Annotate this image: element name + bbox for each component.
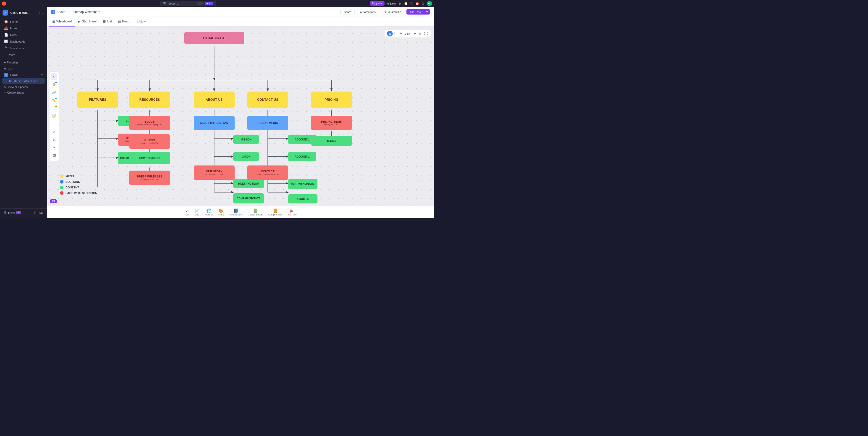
resources-node[interactable]: RESOURCES	[129, 92, 170, 108]
bottom-tool-gslides[interactable]: 📙 Google Slides	[268, 208, 282, 216]
legend-item-menu: MENU	[60, 175, 97, 178]
user-avatar-canvas: A	[387, 31, 393, 36]
zoom-controls: A ℹ − 73% + ⊠ ⛶	[384, 30, 431, 38]
toolbar-cursor-btn[interactable]: ↖	[51, 73, 57, 80]
how-to-videos-node[interactable]: HOW TO VIDEOS	[129, 152, 170, 164]
company-events-node[interactable]: COMPANY EVENTS	[233, 193, 264, 204]
zoom-fullscreen-btn[interactable]: ⛶	[424, 32, 428, 36]
user-avatar-top[interactable]: KC	[427, 1, 432, 6]
vision-node[interactable]: VISION	[233, 152, 259, 161]
sidebar-item-dashboards[interactable]: 📊 Dashboards	[2, 38, 45, 44]
space-item[interactable]: S Space ··· +	[2, 72, 45, 78]
blogs-node[interactable]: BLOGS Missing Newsletter Signup CTA	[129, 116, 170, 130]
legend-item-content: CONTENT	[60, 186, 97, 189]
tab-whiteboard[interactable]: ⊞ Whiteboard	[49, 17, 75, 27]
toolbar-ai-btn[interactable]: ✦	[51, 145, 57, 151]
press-releases-node[interactable]: PRESS RELEASES Missing About Us LINK	[129, 170, 170, 185]
record-icon[interactable]: ⏺	[398, 2, 401, 5]
tab-board[interactable]: ⊟ Board	[115, 17, 133, 27]
bottom-tool-task[interactable]: ✓ Task	[185, 208, 189, 216]
share-button[interactable]: Share	[340, 9, 354, 15]
external-icon[interactable]: ⬡	[410, 2, 413, 5]
clipboard-icon[interactable]: 📋	[404, 2, 408, 5]
features-node[interactable]: FEATURES	[77, 92, 118, 108]
search-bar[interactable]: 🔍 Search... ⌘K ✦ AI	[160, 1, 216, 6]
toolbar-dot-orange	[55, 105, 57, 107]
contact-node[interactable]: CONTACT Missing Contact Sales CTA	[247, 165, 288, 180]
address-label: ADDRESS	[297, 197, 309, 200]
view-all-icon: ⊕	[4, 85, 6, 89]
invite-btn[interactable]: 👤 Invite 1/4	[2, 210, 23, 215]
grid-icon[interactable]: ⊞	[422, 2, 424, 5]
toolbar-link-btn[interactable]: 🔗	[51, 89, 57, 96]
bottom-tool-figma[interactable]: 🎨 Figma	[218, 208, 224, 216]
guides-node[interactable]: GUIDES Missing Form Fill CTA	[129, 134, 170, 149]
contact-us-node[interactable]: CONTACT US	[247, 92, 288, 108]
resources-label: RESOURCES	[140, 98, 160, 101]
address-node[interactable]: ADDRESS	[288, 194, 317, 204]
toolbar-note-btn[interactable]: 📝	[51, 113, 57, 120]
sitemap-whiteboard-item[interactable]: ⊞ Sitemap Whiteboard	[2, 78, 45, 84]
bottom-tool-website[interactable]: 🌐 Website	[205, 208, 213, 216]
sidebar-item-inbox[interactable]: 📥 Inbox	[2, 25, 45, 31]
progress-indicator[interactable]: 1/4	[50, 199, 57, 203]
automations-button[interactable]: Automations	[357, 9, 379, 15]
topbar: 🔍 Search... ⌘K ✦ AI Upgrade New ⏺ 📋 ⬡ ⏰ …	[0, 0, 434, 7]
space-dots-icon[interactable]: ···	[37, 73, 39, 76]
clock-icon[interactable]: ⏰	[415, 2, 419, 5]
contact-numbers-node[interactable]: CONTACT NUMBERS	[288, 179, 317, 189]
sidebar-layout-icon[interactable]: ⊟	[42, 11, 44, 14]
pricing-node[interactable]: PRICING	[311, 92, 352, 108]
toolbar-image-btn[interactable]: 🖼	[51, 153, 57, 159]
breadcrumb-space[interactable]: Space	[57, 10, 65, 14]
create-space[interactable]: + Create Space	[2, 90, 45, 95]
our-story-node[interactable]: OUR STORY Missing Careers LINK	[194, 165, 235, 180]
account2-node[interactable]: ACCOUNT 2	[288, 152, 316, 161]
pricing-tiers-node[interactable]: PRICING TIERS Missing FAQ LINK	[311, 116, 352, 130]
breadcrumb-dots[interactable]: ···	[101, 10, 104, 14]
social-media-node[interactable]: SOCIAL MEDIA	[247, 116, 288, 130]
sidebar-user[interactable]: A Alex ClickUp... ▾ ⊟	[0, 9, 47, 17]
add-task-button[interactable]: Add Task	[406, 9, 424, 14]
add-view-btn[interactable]: + View	[133, 17, 149, 27]
tab-list[interactable]: ☰ List	[100, 17, 115, 27]
favorites-header[interactable]: ▶ Favorites	[2, 60, 45, 65]
toolbar-text-btn[interactable]: T	[51, 121, 57, 127]
bottom-tool-doc[interactable]: 📄 Doc	[194, 208, 200, 216]
sidebar-nav: 🏠 Home 📥 Inbox 📄 Docs 📊 Dashboards ⏱	[0, 18, 47, 58]
zoom-minus-btn[interactable]: −	[399, 31, 402, 36]
toolbar-pen-btn[interactable]: ✏️	[51, 97, 57, 104]
toolbar-eraser-btn[interactable]: ◁	[51, 129, 57, 135]
about-us-node[interactable]: ABOUT US	[194, 92, 235, 108]
space-add-icon[interactable]: +	[41, 73, 43, 76]
sidebar-item-docs[interactable]: 📄 Docs	[2, 32, 45, 38]
sidebar-item-more[interactable]: ··· More	[2, 52, 45, 58]
legend-dot-content	[60, 186, 63, 189]
upgrade-button[interactable]: Upgrade	[370, 1, 384, 6]
bottom-tool-gsheets[interactable]: 📗 Google Sheets	[248, 208, 263, 216]
terms-node[interactable]: TERMS	[311, 136, 352, 146]
meet-team-node[interactable]: MEET THE TEAM	[233, 179, 264, 188]
add-task-dropdown-button[interactable]: ▾	[424, 9, 430, 14]
help-btn[interactable]: ❓ Help	[31, 210, 45, 215]
sidebar-item-timesheets[interactable]: ⏱ Timesheets	[2, 45, 45, 51]
ai-badge[interactable]: ✦ AI	[205, 2, 213, 5]
about-company-node[interactable]: ABOUT THE COMPANY	[194, 116, 235, 130]
create-space-label: Create Space	[7, 91, 24, 94]
info-icon[interactable]: ℹ	[394, 32, 396, 36]
bottom-tool-gdocs[interactable]: 📘 Google Docs	[229, 208, 243, 216]
bottom-tool-youtube[interactable]: ▶ YouTube	[288, 208, 297, 216]
toolbar-hand-btn[interactable]: ✋	[51, 81, 57, 88]
tab-start-here[interactable]: ▶ Start Here!	[75, 17, 100, 27]
customize-button[interactable]: ⚙ Customize	[381, 9, 404, 15]
whiteboard-canvas[interactable]: ↖ ✋ 🔗 ✏️ ▭ 📝 T ◁	[47, 27, 434, 206]
sidebar-item-home[interactable]: 🏠 Home	[2, 18, 45, 25]
toolbar-nodes-btn[interactable]: ⁂	[51, 137, 57, 143]
zoom-plus-btn[interactable]: +	[413, 31, 416, 36]
mission-node[interactable]: MISSION	[233, 135, 259, 144]
homepage-node[interactable]: HOMEPAGE	[184, 32, 244, 44]
zoom-fit-btn[interactable]: ⊠	[418, 32, 422, 36]
gslides-tool-icon: 📙	[273, 208, 278, 213]
toolbar-rect-btn[interactable]: ▭	[51, 105, 57, 112]
view-all-spaces[interactable]: ⊕ View all Spaces	[2, 84, 45, 90]
